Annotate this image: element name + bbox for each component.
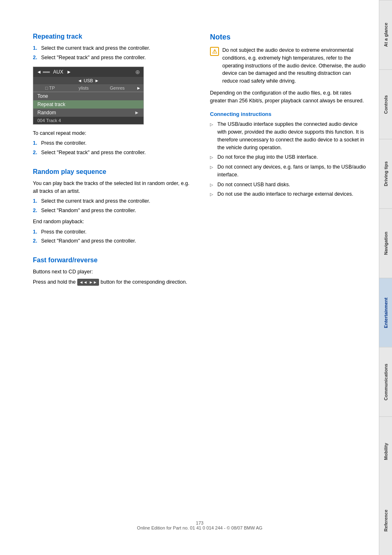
step-item: 1. Press the controller. [33,228,189,236]
page-number: 173 [196,520,203,525]
end-random-steps: 1. Press the controller. 2. Select "Rand… [33,228,189,245]
step-item: 1. Select the current track and press th… [33,197,189,205]
sidebar-tab-reference[interactable]: Reference [379,486,392,555]
repeating-track-title: Repeating track [33,33,189,40]
step-text: Press the controller. [41,140,86,146]
tab-genres: Genres [100,84,134,92]
sidebar-tab-mobility[interactable]: Mobility [379,416,392,486]
fast-forward-section: Fast forward/reverse Buttons next to CD … [33,257,189,286]
step-text: Press the controller. [41,229,86,235]
bullet-item: The USB/audio interface supplies the con… [210,120,367,151]
footer-text: Online Edition for Part no. 01 41 0 014 … [137,525,262,530]
instruction-end: button for the corresponding direction. [101,279,187,285]
end-random-label: End random playback: [33,218,189,226]
tab-arrow: ► [134,84,143,92]
ff-button: ◄◄ ►► [77,279,99,286]
menu-item-tone: Tone [33,92,143,100]
bullet-item: Do not connect USB hard disks. [210,181,367,189]
sidebar-tab-at-a-glance[interactable]: At a glance [379,0,392,69]
sidebar-tab-entertainment[interactable]: Entertainment [379,278,392,347]
tab-ylists: ylists [67,84,101,92]
tab-tp: □ TP [33,84,67,92]
menu-item-random: Random ► [33,109,143,117]
step-item: 2. Select "Random" and press the control… [33,237,189,245]
fast-forward-instruction: Press and hold the ◄◄ ►► button for the … [33,278,189,286]
menu-label: Repeat track [37,102,65,107]
bullet-item: Do not connect any devices, e.g. fans or… [210,163,367,179]
bullet-item: Do not force the plug into the USB inter… [210,153,367,161]
ui-screen: ◄ ══ AUX ► ⊕ ◄ USB ► □ TP ylists Genres [33,67,144,125]
step-number: 2. [33,54,37,62]
step-item: 2. Select "Repeat track" and press the c… [33,149,189,157]
track-bar: 004 Track 4 [33,117,143,124]
sidebar-tab-controls[interactable]: Controls [379,69,392,139]
ui-screen-tabs: □ TP ylists Genres ► [33,84,143,92]
step-item: 1. Press the controller. [33,139,189,147]
step-number: 1. [33,139,37,147]
bullet-text: The USB/audio interface supplies the con… [217,121,364,150]
instruction-text: Press and hold the [33,279,76,285]
step-number: 2. [33,237,37,245]
fast-forward-title: Fast forward/reverse [33,257,189,264]
bullet-text: Do not force the plug into the USB inter… [217,154,318,160]
sidebar-tab-navigation[interactable]: Navigation [379,208,392,278]
step-text: Select "Random" and press the controller… [41,238,136,244]
right-column: Notes ⚠ Do not subject the audio device … [206,33,367,504]
step-text: Select the current track and press the c… [41,45,150,51]
cancel-steps: 1. Press the controller. 2. Select "Repe… [33,139,189,157]
menu-label: Tone [37,93,48,99]
step-number: 2. [33,149,37,157]
sub-right-arrow: ► [95,78,99,83]
notes-para2: Depending on the configuration of the au… [210,89,367,105]
step-number: 1. [33,44,37,52]
ui-screen-sub: ◄ USB ► [33,77,143,84]
step-text: Select "Random" and press the controller… [41,208,136,213]
step-item: 2. Select "Random" and press the control… [33,207,189,215]
step-item: 2. Select "Repeat track" and press the c… [33,54,189,62]
step-item: 1. Select the current track and press th… [33,44,189,52]
sidebar-tab-driving-tips[interactable]: Driving tips [379,139,392,208]
notes-title: Notes [210,33,367,42]
menu-item-repeat: Repeat track [33,100,143,109]
random-play-section: Random play sequence You can play back t… [33,168,189,245]
sub-center: USB [84,78,93,83]
menu-label: Random [37,110,56,116]
random-play-title: Random play sequence [33,168,189,176]
connecting-instructions-title: Connecting instructions [210,111,367,117]
header-left-arrow: ◄ ══ [37,69,50,75]
sub-left-arrow: ◄ [78,78,82,83]
bullet-text: Do not connect any devices, e.g. fans or… [217,164,366,178]
connecting-instructions-list: The USB/audio interface supplies the con… [210,120,367,198]
step-text: Select the current track and press the c… [41,198,150,204]
bullet-item: Do not use the audio interface to rechar… [210,190,367,198]
sidebar: At a glance Controls Driving tips Naviga… [379,0,392,555]
menu-arrow: ► [134,110,139,116]
bullet-text: Do not connect USB hard disks. [217,182,290,187]
warning-text: Do not subject the audio device to extre… [222,46,367,85]
step-number: 2. [33,207,37,215]
ff-button-icon: ◄◄ [79,279,88,285]
ff-button-icon2: ►► [89,279,97,285]
left-column: Repeating track 1. Select the current tr… [33,33,194,504]
header-icon: ⊕ [135,69,140,75]
warning-icon: ⚠ [210,47,219,56]
ui-screen-header: ◄ ══ AUX ► ⊕ [33,67,143,77]
step-text: Select "Repeat track" and press the cont… [41,55,146,60]
repeating-track-steps: 1. Select the current track and press th… [33,44,189,62]
header-right-arrow: ► [67,69,71,75]
random-play-steps: 1. Select the current track and press th… [33,197,189,215]
header-center: AUX [53,69,63,75]
step-number: 1. [33,228,37,236]
step-text: Select "Repeat track" and press the cont… [41,150,146,155]
sidebar-tab-communications[interactable]: Communications [379,347,392,416]
cancel-repeat-label: To cancel repeat mode: [33,130,189,137]
bullet-text: Do not use the audio interface to rechar… [217,191,353,197]
buttons-label: Buttons next to CD player: [33,268,189,276]
step-number: 1. [33,197,37,205]
random-play-intro: You can play back the tracks of the sele… [33,180,189,195]
warning-box: ⚠ Do not subject the audio device to ext… [210,46,367,85]
page-footer: 173 Online Edition for Part no. 01 41 0 … [33,520,367,539]
